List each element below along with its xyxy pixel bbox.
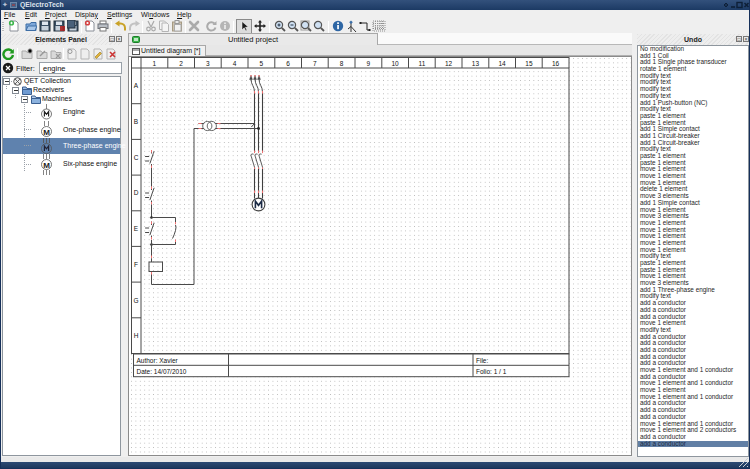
svg-text:1: 1 <box>153 60 157 67</box>
svg-text:6: 6 <box>286 60 290 67</box>
svg-text:13: 13 <box>472 60 480 67</box>
svg-text:15: 15 <box>525 60 533 67</box>
svg-text:C: C <box>134 154 139 161</box>
svg-text:Author: Xavier: Author: Xavier <box>137 357 179 364</box>
svg-text:A: A <box>134 82 139 89</box>
svg-text:8: 8 <box>340 60 344 67</box>
svg-text:M: M <box>43 127 50 136</box>
svg-text:M: M <box>43 161 50 170</box>
svg-text:16: 16 <box>552 60 560 67</box>
svg-text:Date: 14/07/2010: Date: 14/07/2010 <box>137 368 187 375</box>
svg-text:14: 14 <box>498 60 506 67</box>
svg-text:D: D <box>134 189 139 196</box>
svg-text:7: 7 <box>313 60 317 67</box>
svg-text:11: 11 <box>419 60 426 67</box>
svg-text:5: 5 <box>260 60 264 67</box>
svg-text:10: 10 <box>391 60 399 67</box>
svg-text:2: 2 <box>179 60 183 67</box>
svg-text:3: 3 <box>206 60 210 67</box>
svg-text:G: G <box>133 297 138 304</box>
svg-text:9: 9 <box>367 60 371 67</box>
svg-text:4: 4 <box>233 60 237 67</box>
svg-text:H: H <box>134 332 139 339</box>
svg-text:B: B <box>134 118 138 125</box>
svg-text:F: F <box>134 261 138 268</box>
svg-text:12: 12 <box>445 60 453 67</box>
svg-text:Folio: 1 / 1: Folio: 1 / 1 <box>476 368 507 375</box>
svg-text:E: E <box>134 225 139 232</box>
svg-text:File:: File: <box>476 357 488 364</box>
